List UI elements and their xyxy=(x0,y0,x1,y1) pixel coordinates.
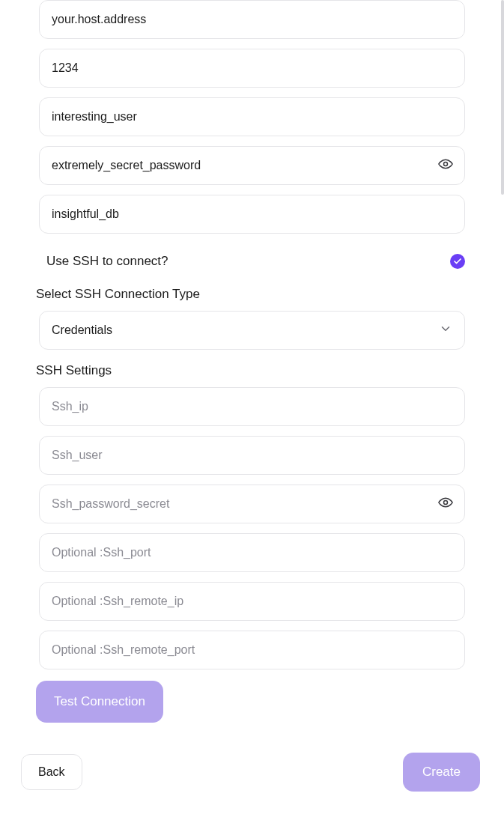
database-input[interactable] xyxy=(39,195,465,234)
svg-point-0 xyxy=(444,163,448,166)
svg-point-1 xyxy=(444,501,448,505)
back-button[interactable]: Back xyxy=(21,754,82,790)
host-field-wrap xyxy=(39,0,465,39)
ssh-user-wrap xyxy=(39,436,465,475)
database-field-wrap xyxy=(39,195,465,234)
ssh-type-label: Select SSH Connection Type xyxy=(36,287,465,302)
chevron-down-icon xyxy=(439,322,452,338)
user-input[interactable] xyxy=(39,97,465,136)
ssh-toggle-row: Use SSH to connect? xyxy=(39,243,465,279)
scrollbar[interactable] xyxy=(501,0,504,195)
ssh-password-input[interactable] xyxy=(39,485,465,523)
ssh-ip-wrap xyxy=(39,387,465,426)
ssh-remote-port-wrap xyxy=(39,631,465,669)
ssh-port-input[interactable] xyxy=(39,533,465,572)
ssh-type-select[interactable]: Credentials xyxy=(39,311,465,350)
ssh-type-selected-value: Credentials xyxy=(52,324,112,337)
password-field-wrap xyxy=(39,146,465,185)
ssh-port-wrap xyxy=(39,533,465,572)
password-input[interactable] xyxy=(39,146,465,185)
port-input[interactable] xyxy=(39,49,465,88)
ssh-toggle-check[interactable] xyxy=(450,254,465,269)
host-input[interactable] xyxy=(39,0,465,39)
user-field-wrap xyxy=(39,97,465,136)
create-button[interactable]: Create xyxy=(403,753,480,792)
port-field-wrap xyxy=(39,49,465,88)
connection-form: Use SSH to connect? Select SSH Connectio… xyxy=(0,0,504,745)
eye-icon[interactable] xyxy=(438,157,453,174)
ssh-toggle-label: Use SSH to connect? xyxy=(46,254,168,269)
ssh-ip-input[interactable] xyxy=(39,387,465,426)
ssh-remote-port-input[interactable] xyxy=(39,631,465,669)
ssh-password-wrap xyxy=(39,485,465,523)
footer-actions: Back Create xyxy=(0,753,504,792)
ssh-type-select-wrap: Credentials xyxy=(39,311,465,350)
ssh-settings-label: SSH Settings xyxy=(36,363,465,378)
ssh-user-input[interactable] xyxy=(39,436,465,475)
ssh-remote-ip-input[interactable] xyxy=(39,582,465,621)
test-connection-button[interactable]: Test Connection xyxy=(36,681,163,723)
eye-icon[interactable] xyxy=(438,495,453,513)
ssh-remote-ip-wrap xyxy=(39,582,465,621)
